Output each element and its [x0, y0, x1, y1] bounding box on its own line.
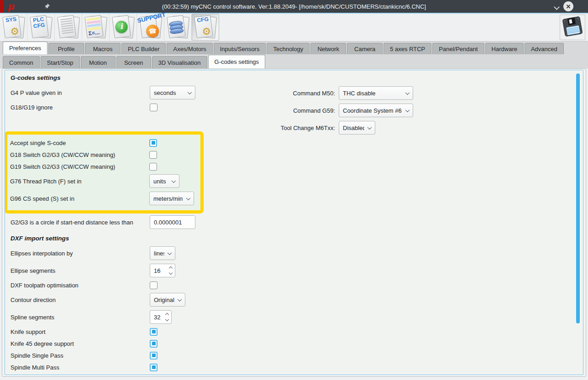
tab-technology[interactable]: Technology	[267, 43, 310, 54]
field-label: Spindle Single Pass	[10, 352, 150, 359]
tab-common[interactable]: Common	[3, 56, 40, 68]
g76-thread-pitch-f-set-in-select[interactable]: units	[149, 174, 179, 188]
g19-switch-g2-g3-cw-ccw-meaning-checkbox[interactable]	[149, 163, 157, 171]
select-value: Disabled	[343, 125, 364, 131]
chevron-down-icon	[188, 90, 192, 94]
checkmark-icon	[152, 330, 156, 333]
tab-advanced[interactable]: Advanced	[525, 43, 564, 54]
spindle-single-pass-checkbox[interactable]	[150, 352, 158, 359]
spindle-multi-pass-checkbox[interactable]	[150, 364, 158, 371]
tool-change-m6txx-select[interactable]: Disabled	[339, 121, 375, 135]
tab-label: 3D Visualisation	[158, 59, 201, 66]
checkmark-icon	[152, 342, 156, 345]
titlebar: μ (00:32:59) myCNC control software. Ver…	[0, 0, 588, 13]
tab-macros[interactable]: Macros	[85, 43, 121, 54]
document-stack-icon: Σ=...	[85, 15, 107, 40]
g18-switch-g2-g3-cw-ccw-meaning-checkbox[interactable]	[149, 151, 157, 159]
tab-g-codes-settings[interactable]: G-codes settings	[208, 55, 266, 68]
spinner-buttons[interactable]	[169, 267, 172, 274]
gcodes-settings-pane: G-codes settingsG4 P value given insecon…	[2, 68, 586, 377]
tab-axes-motors[interactable]: Axes/Motors	[167, 43, 212, 54]
document-stack-icon: PLCCFG	[30, 15, 52, 40]
dxf-toolpath-optimisation-checkbox[interactable]	[150, 281, 158, 289]
tab-motion[interactable]: Motion	[81, 56, 116, 68]
app-icon[interactable]: μ	[7, 0, 14, 12]
floppy-disk-icon	[562, 16, 583, 39]
tab-label: Network	[317, 46, 339, 52]
form-row: G96 CS speed (S) set inmeters/min	[10, 190, 200, 207]
highlight-annotation-box: Accept single S-codeG18 Switch G2/G3 (CW…	[5, 131, 204, 213]
document-stack-icon: i	[112, 15, 134, 40]
section-header: G-codes settings	[10, 74, 61, 81]
form-row: DXF import settings	[10, 232, 583, 245]
contour-direction-select[interactable]: Original	[150, 293, 185, 307]
settings-scroll-area: G-codes settingsG4 P value given insecon…	[5, 70, 583, 375]
chevron-down-icon	[168, 250, 172, 255]
form-row: G76 Thread Pitch (F) set inunits	[10, 172, 200, 190]
close-button[interactable]: ✕	[563, 1, 573, 11]
tab-label: PLC Builder	[128, 46, 159, 52]
checkmark-icon	[152, 141, 155, 145]
tab-hardware[interactable]: Hardware	[485, 43, 524, 54]
tab-label: Common	[9, 59, 33, 66]
field-label: G2/G3 is a circle if start-end distance …	[10, 219, 150, 226]
toolbar-button-support[interactable]: SUPPORT☎	[137, 14, 164, 41]
ellipses-interpolation-by-select[interactable]: lines	[150, 246, 175, 260]
toolbar-button-cfg[interactable]: CFG⚙	[192, 14, 219, 41]
input-value: 0.0000001	[154, 219, 182, 226]
g2-g3-is-a-circle-if-start-end-distance-less-than-input[interactable]: 0.0000001	[150, 215, 195, 229]
toolbar-button-plc-cfg[interactable]: PLCCFG	[27, 14, 55, 41]
gear-icon: ⚙	[10, 26, 20, 37]
vertical-scrollbar-thumb[interactable]	[576, 73, 580, 323]
form-row: Tool Change M6Txx:Disabled	[273, 119, 413, 136]
knife-support-checkbox[interactable]	[150, 328, 158, 336]
spline-segments-spinner[interactable]: 32	[150, 310, 172, 324]
tab-label: Panel/Pendant	[439, 46, 478, 52]
command-m50-select[interactable]: THC disable	[339, 86, 413, 100]
pin-icon[interactable]	[44, 3, 50, 11]
tab-label: Macros	[93, 46, 113, 52]
tab-panel-pendant[interactable]: Panel/Pendant	[432, 43, 484, 54]
field-label: Knife 45 degree support	[10, 340, 150, 347]
doc-label: SYS	[3, 16, 19, 24]
tab-inputs-sensors[interactable]: Inputs/Sensors	[214, 43, 266, 54]
spinner-value: 16	[154, 267, 168, 274]
checkmark-icon	[152, 354, 156, 357]
toolbar-button-database[interactable]	[164, 14, 192, 41]
form-row: Command G59:Coordinate System #6	[273, 102, 413, 119]
select-value: Original	[154, 297, 174, 303]
toolbar-button-sys[interactable]: SYS⚙	[0, 14, 27, 41]
accept-single-s-code-checkbox[interactable]	[149, 139, 157, 147]
field-label: Tool Change M6Txx:	[273, 125, 335, 131]
knife-45-degree-support-checkbox[interactable]	[150, 340, 158, 348]
tab-start-stop[interactable]: Start/Stop	[41, 56, 80, 68]
section-header: DXF import settings	[10, 235, 69, 242]
ellipse-segments-spinner[interactable]: 16	[150, 264, 175, 277]
chevron-down-icon	[178, 297, 182, 302]
tab-3d-visualisation[interactable]: 3D Visualisation	[152, 56, 207, 68]
g96-cs-speed-s-set-in-select[interactable]: meters/min	[149, 192, 194, 205]
close-icon: ✕	[566, 3, 571, 10]
save-profile-button[interactable]	[560, 15, 585, 40]
window-title: (00:32:59) myCNC control software. Ver:1…	[0, 3, 588, 10]
tab-5-axes-rtcp[interactable]: 5 axes RTCP	[383, 43, 431, 54]
spinner-buttons[interactable]	[166, 313, 168, 321]
g18-g19-ignore-checkbox[interactable]	[150, 104, 158, 111]
field-label: Knife support	[10, 328, 150, 335]
toolbar-button-info[interactable]: i	[110, 14, 137, 41]
sigma-label: Σ=...	[88, 29, 100, 36]
g4-p-value-given-in-select[interactable]: seconds	[150, 86, 195, 99]
tab-camera[interactable]: Camera	[347, 43, 383, 54]
tab-plc-builder[interactable]: PLC Builder	[121, 43, 166, 54]
tab-profile[interactable]: Profile	[48, 43, 84, 54]
form-row: DXF toolpath optimisation	[10, 279, 583, 291]
command-g59-select[interactable]: Coordinate System #6	[339, 104, 413, 117]
toolbar-button-document[interactable]	[55, 14, 82, 41]
select-value: units	[153, 178, 168, 185]
tab-network[interactable]: Network	[310, 43, 346, 54]
field-label: G18 Switch G2/G3 (CW/CCW meaning)	[10, 151, 149, 158]
tab-preferences[interactable]: Preferences	[3, 42, 47, 54]
chevron-down-icon	[186, 196, 191, 200]
toolbar-button-macros[interactable]: Σ=...	[82, 14, 110, 41]
tab-screen[interactable]: Screen	[116, 56, 151, 68]
